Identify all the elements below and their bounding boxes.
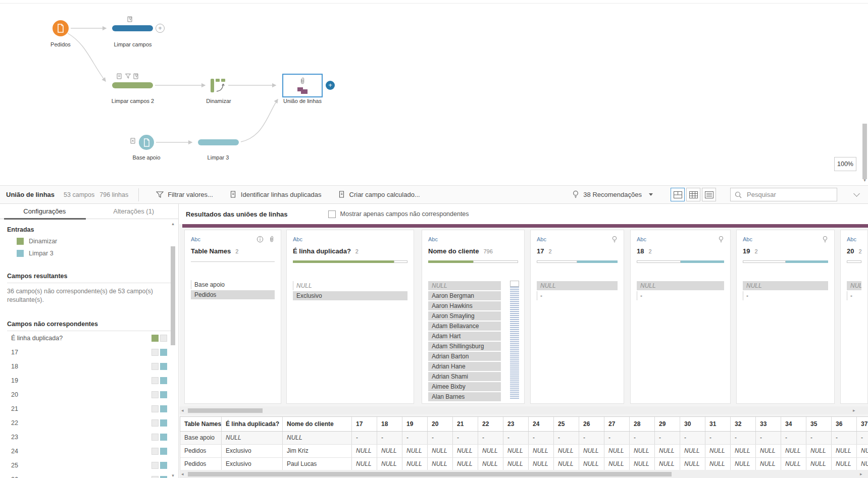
grid-column-header[interactable]: Table Names: [180, 417, 222, 431]
search-box[interactable]: [730, 188, 837, 201]
field-card-19[interactable]: Abc192NULL-: [736, 230, 835, 404]
grid-column-header[interactable]: Nome do cliente: [283, 417, 352, 431]
field-value[interactable]: Base apoio: [191, 280, 275, 289]
grid-column-header[interactable]: 29: [655, 417, 680, 431]
grid-column-header[interactable]: 37: [857, 417, 868, 431]
grid-column-header[interactable]: 19: [402, 417, 428, 431]
grid-column-header[interactable]: 23: [503, 417, 529, 431]
grid-column-header[interactable]: 33: [756, 417, 781, 431]
flow-vertical-scrollbar[interactable]: ▾: [861, 5, 868, 183]
grid-column-header[interactable]: É linha duplicada?: [222, 417, 283, 431]
info-icon[interactable]: [257, 236, 264, 243]
recommendations-button[interactable]: 38 Recomendações: [572, 190, 653, 199]
filter-values-button[interactable]: Filtrar valores...: [156, 191, 213, 198]
scrollbar-thumb[interactable]: [188, 408, 263, 413]
mismatched-field-row[interactable]: É linha duplicada?: [0, 331, 178, 345]
grid-column-header[interactable]: 24: [529, 417, 554, 431]
field-value[interactable]: Adrian Hane: [428, 362, 501, 371]
mismatched-field-row[interactable]: 18: [0, 359, 178, 374]
field-value[interactable]: NULL: [293, 281, 407, 290]
scrollbar-thumb[interactable]: [188, 472, 672, 476]
identify-duplicates-button[interactable]: Identificar linhas duplicadas: [230, 191, 322, 198]
node-limpar-campos[interactable]: [112, 25, 153, 31]
field-value[interactable]: Aaron Smayling: [428, 311, 501, 321]
show-mismatched-only-checkbox[interactable]: [328, 210, 336, 218]
grid-column-header[interactable]: 20: [428, 417, 453, 431]
field-value[interactable]: NULL: [743, 281, 828, 290]
tab-alteracoes[interactable]: Alterações (1): [89, 204, 179, 219]
field-value[interactable]: Adam Bellavance: [428, 322, 501, 331]
field-value[interactable]: Aaron Hawkins: [428, 301, 501, 310]
field-value[interactable]: Adam Shillingsburg: [428, 342, 501, 351]
grid-column-header[interactable]: 32: [731, 417, 756, 431]
field-value[interactable]: -: [637, 291, 724, 300]
grid-column-header[interactable]: 30: [680, 417, 705, 431]
field-value[interactable]: Aaron Bergman: [428, 291, 501, 300]
field-value[interactable]: -: [847, 291, 861, 300]
grid-column-header[interactable]: 35: [806, 417, 832, 431]
scroll-left-arrow[interactable]: ◂: [181, 471, 184, 476]
canvas-zoom-level[interactable]: 100%: [834, 157, 856, 171]
field-value[interactable]: NULL: [537, 281, 618, 290]
grid-column-header[interactable]: 34: [781, 417, 806, 431]
settings-vertical-scrollbar[interactable]: ▴ ▾: [170, 221, 176, 478]
grid-column-header[interactable]: 17: [352, 417, 377, 431]
add-step-button-union[interactable]: +: [326, 81, 335, 90]
field-value[interactable]: Aimee Bixby: [428, 382, 501, 391]
field-card--linha-duplicada-[interactable]: AbcÉ linha duplicada?2NULLExclusivo: [286, 230, 414, 404]
grid-column-header[interactable]: 36: [832, 417, 857, 431]
values-mini-scrollbar[interactable]: [510, 281, 519, 399]
field-value[interactable]: Adrian Barton: [428, 352, 501, 361]
field-value[interactable]: NULL: [847, 281, 861, 290]
grid-column-header[interactable]: 26: [579, 417, 604, 431]
mismatched-field-row[interactable]: 26: [0, 472, 178, 478]
grid-column-header[interactable]: 18: [377, 417, 402, 431]
node-pedidos[interactable]: [53, 20, 69, 36]
scrollbar-thumb[interactable]: [171, 246, 175, 345]
scroll-up-arrow[interactable]: ▴: [170, 221, 176, 226]
scroll-down-arrow[interactable]: ▾: [170, 473, 176, 478]
field-value[interactable]: Alan Barnes: [428, 392, 501, 401]
field-value[interactable]: Pedidos: [191, 290, 275, 299]
mismatched-field-row[interactable]: 20: [0, 388, 178, 402]
field-card-17[interactable]: Abc172NULL-: [530, 230, 624, 404]
profile-view-button[interactable]: [671, 188, 685, 201]
scrollbar-thumb[interactable]: [510, 281, 519, 287]
field-card-18[interactable]: Abc182NULL-: [630, 230, 731, 404]
scrollbar-thumb[interactable]: [862, 124, 867, 179]
node-uniao-de-linhas[interactable]: [282, 74, 323, 97]
recommendation-bulb-icon[interactable]: [822, 236, 828, 243]
mismatched-field-row[interactable]: 21: [0, 402, 178, 416]
grid-column-header[interactable]: 28: [630, 417, 655, 431]
grid-column-header[interactable]: 21: [453, 417, 478, 431]
grid-row[interactable]: PedidosExclusivoPaul LucasNULLNULLNULLNU…: [180, 458, 868, 471]
field-card-20[interactable]: Abc202NULL-: [840, 230, 868, 404]
mismatched-field-row[interactable]: 25: [0, 458, 178, 472]
recommendation-bulb-icon[interactable]: [611, 236, 618, 243]
input-row-dinamizar[interactable]: Dinamizar: [15, 237, 178, 245]
create-calculated-field-button[interactable]: Criar campo calculado...: [339, 191, 420, 198]
grid-column-header[interactable]: 22: [478, 417, 503, 431]
node-base-apoio[interactable]: [139, 135, 154, 150]
scroll-right-arrow[interactable]: ▸: [853, 408, 855, 413]
add-step-button[interactable]: +: [156, 24, 165, 33]
list-view-button[interactable]: [702, 188, 716, 201]
scroll-left-arrow[interactable]: ◂: [181, 408, 184, 413]
field-value[interactable]: -: [743, 291, 828, 300]
scroll-right-arrow[interactable]: ▸: [860, 471, 862, 476]
grid-row[interactable]: Base apoioNULLNULL---------------------: [180, 432, 868, 445]
grid-row[interactable]: PedidosExclusivoJim KrizNULLNULLNULLNULL…: [180, 445, 868, 458]
grid-column-header[interactable]: 31: [705, 417, 731, 431]
scroll-down-arrow[interactable]: ▾: [861, 178, 868, 183]
mismatched-field-row[interactable]: 23: [0, 430, 178, 444]
grid-horizontal-scrollbar[interactable]: ◂ ▸: [179, 470, 868, 478]
flow-canvas[interactable]: Pedidos + Limpar campos Lim: [0, 0, 868, 185]
mismatched-field-row[interactable]: 24: [0, 444, 178, 458]
grid-column-header[interactable]: 25: [554, 417, 579, 431]
grid-column-header[interactable]: 27: [604, 417, 630, 431]
field-value[interactable]: Exclusivo: [293, 291, 407, 300]
node-limpar-3[interactable]: [198, 139, 239, 145]
recommendation-bulb-icon[interactable]: [718, 236, 724, 243]
node-limpar-campos-2[interactable]: [112, 82, 153, 88]
field-value[interactable]: NULL: [428, 281, 501, 290]
